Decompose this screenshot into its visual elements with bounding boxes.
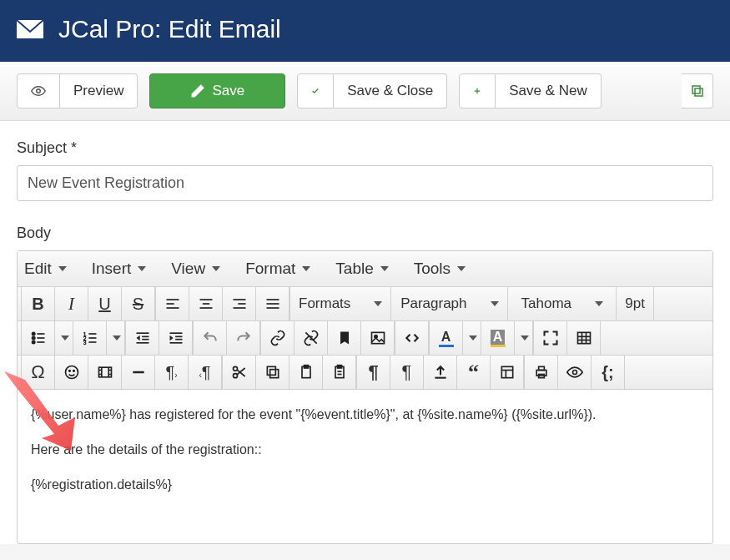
chevron-down-icon xyxy=(61,335,69,341)
clipboard-icon xyxy=(298,364,315,381)
number-list-button[interactable]: 123 xyxy=(73,321,107,355)
page-header: JCal Pro: Edit Email xyxy=(0,0,730,62)
menu-insert[interactable]: Insert xyxy=(90,256,149,281)
menu-format[interactable]: Format xyxy=(244,256,312,281)
paragraph-select[interactable]: Paragraph xyxy=(391,287,508,320)
svg-rect-64 xyxy=(304,366,308,368)
svg-point-17 xyxy=(32,336,34,339)
font-select[interactable]: Tahoma xyxy=(508,287,617,320)
menu-tools[interactable]: Tools xyxy=(412,256,467,281)
indent-button[interactable] xyxy=(159,321,193,355)
show-blocks-button[interactable]: ¶ xyxy=(357,356,390,389)
bullet-list-dropdown[interactable] xyxy=(55,321,73,355)
print-icon xyxy=(533,364,550,381)
image-button[interactable] xyxy=(361,321,395,355)
special-char-button[interactable]: Ω xyxy=(22,356,55,389)
media-button[interactable] xyxy=(88,356,122,389)
preview-icon-button[interactable] xyxy=(17,73,60,108)
svg-marker-37 xyxy=(169,335,173,341)
show-invisible-button[interactable]: ¶ xyxy=(390,356,424,389)
cut-button[interactable] xyxy=(223,356,256,389)
table-button[interactable] xyxy=(567,321,601,355)
eye-icon xyxy=(31,83,46,98)
svg-point-16 xyxy=(32,332,34,335)
link-button[interactable] xyxy=(261,321,295,355)
chevron-down-icon xyxy=(138,266,146,271)
underline-button[interactable]: U xyxy=(88,287,122,320)
chevron-down-icon xyxy=(212,266,220,271)
formats-select[interactable]: Formats xyxy=(290,287,391,320)
paste-button[interactable] xyxy=(289,356,323,389)
outdent-button[interactable] xyxy=(126,321,159,355)
source-code-button[interactable] xyxy=(395,321,429,355)
redo-icon xyxy=(235,330,252,346)
rtl-button[interactable]: ‹¶ xyxy=(189,356,222,389)
menu-view[interactable]: View xyxy=(169,256,222,281)
preview-editor-button[interactable] xyxy=(558,356,592,389)
subject-input[interactable] xyxy=(17,165,713,201)
unlink-button[interactable] xyxy=(295,321,328,355)
text-color-button[interactable]: A xyxy=(430,321,463,355)
clipboard-text-icon xyxy=(331,364,348,381)
svg-point-76 xyxy=(572,371,576,375)
bold-button[interactable]: B xyxy=(22,287,55,320)
italic-button[interactable]: I xyxy=(55,287,88,320)
hr-button[interactable] xyxy=(122,356,155,389)
ltr-button[interactable]: ¶› xyxy=(155,356,189,389)
menu-edit[interactable]: Edit xyxy=(23,256,68,281)
menu-table[interactable]: Table xyxy=(334,256,390,281)
paste-text-button[interactable] xyxy=(323,356,356,389)
preview-button[interactable]: Preview xyxy=(60,73,138,108)
save-close-icon-button[interactable] xyxy=(297,73,334,108)
quote-icon: “ xyxy=(468,360,479,385)
bg-color-dropdown[interactable] xyxy=(515,321,533,355)
undo-button[interactable] xyxy=(194,321,227,355)
eye-icon xyxy=(566,364,583,381)
align-right-button[interactable] xyxy=(223,287,256,320)
rich-text-editor: Edit Insert View Format Table Tools B I … xyxy=(17,250,713,544)
align-left-button[interactable] xyxy=(156,287,189,320)
redo-button[interactable] xyxy=(227,321,260,355)
template-button[interactable] xyxy=(491,356,524,389)
number-list-dropdown[interactable] xyxy=(107,321,125,355)
anchor-button[interactable] xyxy=(328,321,361,355)
copy-button[interactable] xyxy=(256,356,289,389)
preview-label: Preview xyxy=(73,83,123,99)
svg-rect-2 xyxy=(695,88,702,96)
save-new-button[interactable]: Save & New xyxy=(496,73,602,108)
codesample-button[interactable]: {; xyxy=(592,356,625,389)
save-copy-icon-button[interactable] xyxy=(682,73,713,108)
chevron-down-icon xyxy=(521,335,529,341)
pilcrow-icon: ¶ xyxy=(368,361,378,383)
align-justify-button[interactable] xyxy=(256,287,289,320)
text-color-dropdown[interactable] xyxy=(463,321,481,355)
bullet-list-button[interactable] xyxy=(22,321,55,355)
bg-color-button[interactable]: A xyxy=(481,321,515,355)
save-new-label: Save & New xyxy=(509,83,587,99)
emoji-button[interactable] xyxy=(55,356,88,389)
print-button[interactable] xyxy=(525,356,558,389)
code-icon xyxy=(404,330,420,346)
link-icon xyxy=(269,330,286,346)
save-new-icon-button[interactable] xyxy=(459,73,496,108)
page-title: JCal Pro: Edit Email xyxy=(58,15,281,43)
font-size-select[interactable]: 9pt xyxy=(617,287,654,320)
save-close-label: Save & Close xyxy=(347,83,433,99)
blockquote-button[interactable]: “ xyxy=(457,356,491,389)
fullscreen-button[interactable] xyxy=(534,321,567,355)
strikethrough-button[interactable]: S xyxy=(122,287,155,320)
chevron-down-icon xyxy=(469,335,477,341)
upload-button[interactable] xyxy=(424,356,457,389)
underline-icon: U xyxy=(98,295,110,314)
editor-content[interactable]: {%user.name%} has registered for the eve… xyxy=(18,390,712,543)
bookmark-icon xyxy=(336,330,353,346)
svg-rect-61 xyxy=(269,370,278,378)
form-area: Subject * Body Edit Insert View Format T… xyxy=(0,121,730,544)
editor-toolbar-row-1: B I U S Formats Paragraph Tahoma 9pt xyxy=(18,287,712,321)
bg-color-icon: A xyxy=(491,330,506,347)
edit-icon xyxy=(190,83,205,98)
align-center-button[interactable] xyxy=(189,287,223,320)
svg-point-47 xyxy=(68,371,70,372)
save-close-button[interactable]: Save & Close xyxy=(334,73,447,108)
save-button[interactable]: Save xyxy=(149,73,285,108)
